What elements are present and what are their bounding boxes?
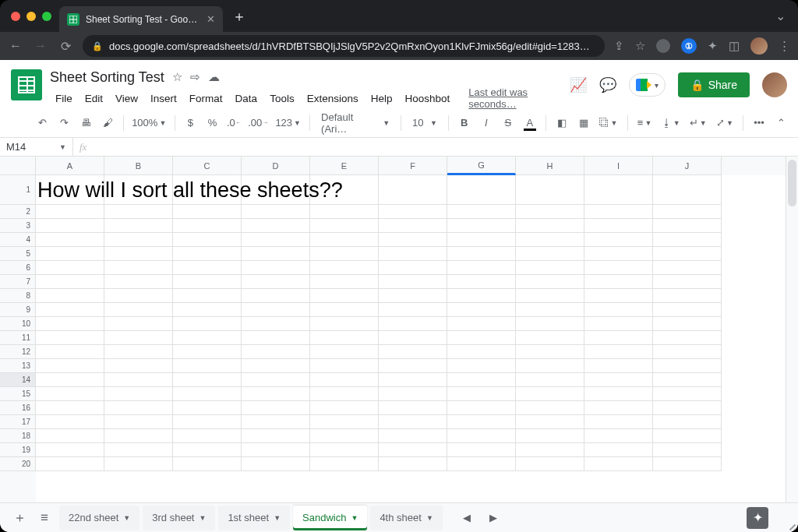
document-title[interactable]: Sheet Sorting Test (50, 69, 164, 86)
cell[interactable] (584, 345, 653, 359)
cell[interactable] (173, 303, 242, 317)
row-header[interactable]: 7 (0, 275, 36, 289)
menu-hooshbot[interactable]: Hooshbot (399, 90, 455, 107)
cell[interactable] (104, 359, 173, 373)
cell[interactable] (173, 289, 242, 303)
cell[interactable] (173, 457, 242, 471)
cloud-status-icon[interactable]: ☁ (208, 70, 220, 84)
row-header[interactable]: 17 (0, 415, 36, 429)
cell[interactable] (516, 415, 584, 429)
cell[interactable] (310, 429, 379, 443)
menu-help[interactable]: Help (365, 90, 398, 107)
cell[interactable] (242, 331, 310, 345)
cell[interactable] (310, 373, 379, 387)
cell[interactable] (516, 205, 584, 219)
cell[interactable] (584, 387, 653, 401)
activity-icon[interactable]: 📈 (570, 76, 587, 93)
decrease-decimal-button[interactable]: .0← (224, 113, 243, 133)
rotate-button[interactable]: ⤢▼ (713, 113, 736, 133)
cell[interactable] (447, 303, 516, 317)
cell[interactable] (653, 275, 722, 289)
cell[interactable] (653, 175, 722, 205)
cell[interactable] (310, 247, 379, 261)
row-header[interactable]: 14 (0, 373, 36, 387)
cell[interactable] (379, 205, 447, 219)
cell[interactable] (516, 331, 584, 345)
cell[interactable] (584, 331, 653, 345)
sheet-tab[interactable]: 4th sheet▼ (370, 506, 442, 530)
row-header[interactable]: 20 (0, 457, 36, 471)
zoom-dropdown[interactable]: 100%▼ (130, 113, 168, 133)
cell[interactable] (310, 219, 379, 233)
scroll-tabs-left[interactable]: ◀ (455, 506, 478, 530)
cell[interactable] (310, 303, 379, 317)
column-header-a[interactable]: A (36, 157, 104, 175)
move-icon[interactable]: ⇨ (190, 70, 200, 84)
chevron-down-icon[interactable]: ▼ (123, 514, 130, 522)
cell[interactable] (584, 247, 653, 261)
share-button[interactable]: 🔒 Share (678, 72, 750, 97)
cell[interactable] (516, 401, 584, 415)
cell[interactable] (516, 289, 584, 303)
cell[interactable] (516, 443, 584, 457)
menu-insert[interactable]: Insert (145, 90, 182, 107)
cell[interactable] (379, 415, 447, 429)
cell[interactable] (516, 387, 584, 401)
cell[interactable] (379, 317, 447, 331)
row-header[interactable]: 13 (0, 359, 36, 373)
cells-area[interactable]: How will I sort all these sheets?? (36, 175, 786, 502)
extension-icon[interactable] (656, 39, 670, 53)
cell[interactable] (36, 457, 104, 471)
menu-format[interactable]: Format (184, 90, 228, 107)
cell[interactable] (36, 261, 104, 275)
cell[interactable] (379, 233, 447, 247)
vertical-scrollbar[interactable] (786, 157, 798, 502)
cell[interactable] (516, 317, 584, 331)
cell[interactable] (310, 359, 379, 373)
cell[interactable] (653, 345, 722, 359)
cell[interactable] (584, 303, 653, 317)
cell[interactable] (516, 457, 584, 471)
cell[interactable] (516, 373, 584, 387)
cell[interactable] (447, 443, 516, 457)
cell[interactable] (653, 247, 722, 261)
more-formats-button[interactable]: 123▼ (273, 113, 303, 133)
install-app-icon[interactable]: ⇪ (614, 39, 624, 53)
cell[interactable] (36, 289, 104, 303)
scrollbar-thumb[interactable] (788, 160, 796, 206)
cell[interactable] (447, 345, 516, 359)
cell[interactable] (104, 261, 173, 275)
italic-button[interactable]: I (477, 113, 496, 133)
borders-button[interactable]: ▦ (574, 113, 593, 133)
chevron-down-icon[interactable]: ▼ (274, 514, 281, 522)
cell[interactable] (584, 457, 653, 471)
back-button[interactable]: ← (8, 39, 23, 53)
cell[interactable] (516, 261, 584, 275)
increase-decimal-button[interactable]: .00→ (246, 113, 270, 133)
browser-profile-avatar[interactable] (750, 37, 768, 55)
star-icon[interactable]: ☆ (172, 70, 182, 84)
cell[interactable] (242, 289, 310, 303)
comments-icon[interactable]: 💬 (599, 76, 616, 93)
cell[interactable] (379, 345, 447, 359)
cell[interactable] (242, 387, 310, 401)
column-header-i[interactable]: I (584, 157, 653, 175)
cell[interactable] (242, 345, 310, 359)
cell[interactable] (584, 317, 653, 331)
cell[interactable] (36, 443, 104, 457)
cell[interactable] (242, 359, 310, 373)
cell[interactable] (104, 401, 173, 415)
cell[interactable] (173, 387, 242, 401)
cell[interactable] (447, 275, 516, 289)
cell[interactable] (104, 205, 173, 219)
cell[interactable] (104, 443, 173, 457)
cell[interactable] (310, 401, 379, 415)
cell[interactable] (653, 387, 722, 401)
cell[interactable] (104, 457, 173, 471)
extensions-menu-icon[interactable]: ✦ (708, 39, 718, 53)
cell[interactable] (516, 429, 584, 443)
cell[interactable] (173, 331, 242, 345)
redo-button[interactable]: ↷ (55, 113, 73, 133)
cell[interactable] (447, 219, 516, 233)
cell[interactable] (653, 457, 722, 471)
